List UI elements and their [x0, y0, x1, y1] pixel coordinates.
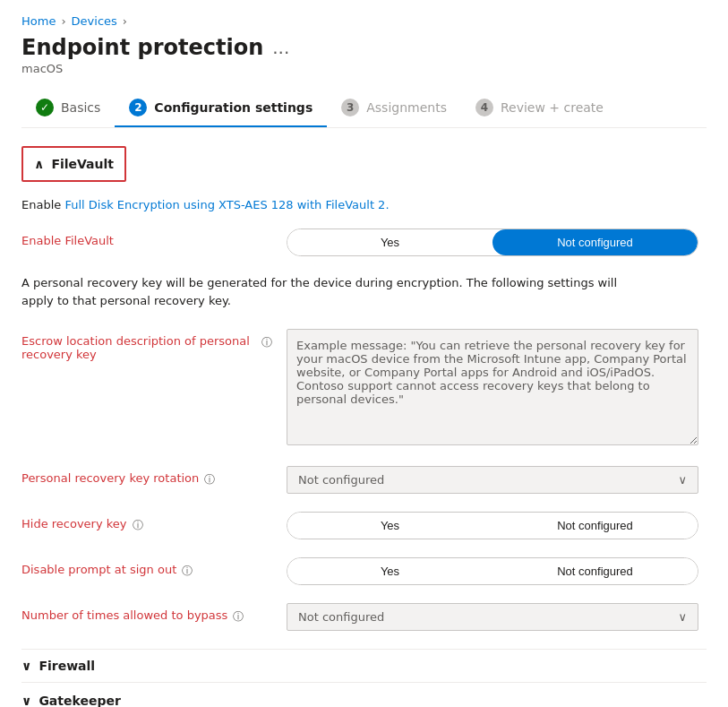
tab-badge-assignments: 3: [341, 99, 359, 116]
tab-basics[interactable]: ✓ Basics: [21, 90, 115, 127]
enable-filevault-not-configured[interactable]: Not configured: [492, 229, 698, 255]
enable-filevault-toggle[interactable]: Yes Not configured: [287, 228, 698, 256]
breadcrumb-devices[interactable]: Devices: [72, 14, 117, 28]
escrow-label: Escrow location description of personal …: [21, 329, 272, 361]
rotation-chevron: ∨: [678, 473, 687, 487]
gatekeeper-section-header[interactable]: ∨ Gatekeeper: [21, 682, 707, 707]
disable-prompt-yes[interactable]: Yes: [287, 558, 492, 584]
tab-assignments-label: Assignments: [366, 100, 447, 115]
tab-assignments[interactable]: 3 Assignments: [327, 90, 461, 127]
disable-prompt-toggle[interactable]: Yes Not configured: [287, 557, 698, 585]
rotation-label: Personal recovery key rotation ⓘ: [21, 466, 272, 487]
bypass-label: Number of times allowed to bypass ⓘ: [21, 603, 272, 625]
disable-prompt-not-configured[interactable]: Not configured: [492, 558, 698, 584]
hide-recovery-not-configured[interactable]: Not configured: [492, 513, 698, 539]
escrow-row: Escrow location description of personal …: [21, 329, 707, 448]
bypass-row: Number of times allowed to bypass ⓘ Not …: [21, 603, 707, 631]
tab-badge-configuration: 2: [129, 99, 147, 116]
bypass-value: Not configured: [298, 610, 384, 624]
recovery-note: A personal recovery key will be generate…: [21, 274, 648, 312]
firewall-section-header[interactable]: ∨ Firewall: [21, 649, 707, 682]
bypass-select[interactable]: Not configured ∨: [287, 603, 698, 631]
rotation-select[interactable]: Not configured ∨: [287, 466, 698, 494]
bypass-info-icon: ⓘ: [233, 609, 244, 625]
firewall-chevron: ∨: [21, 659, 31, 673]
filevault-description-link[interactable]: Full Disk Encryption using XTS-AES 128 w…: [64, 198, 389, 211]
breadcrumb-sep2: ›: [123, 14, 127, 28]
filevault-section-header[interactable]: ∧ FileVault: [21, 146, 126, 182]
enable-filevault-yes[interactable]: Yes: [287, 229, 492, 255]
gatekeeper-label: Gatekeeper: [39, 694, 120, 707]
gatekeeper-chevron: ∨: [21, 694, 31, 707]
filevault-description: Enable Full Disk Encryption using XTS-AE…: [21, 196, 707, 214]
page-subtitle: macOS: [21, 62, 707, 75]
tabs-bar: 2 Configuration settings ✓ Basics 3 Assi…: [21, 90, 707, 128]
page-title: Endpoint protection: [21, 35, 263, 60]
bypass-control: Not configured ∨: [287, 603, 707, 631]
filevault-label: FileVault: [51, 157, 114, 171]
enable-filevault-label: Enable FileVault: [21, 228, 272, 247]
hide-recovery-yes[interactable]: Yes: [287, 513, 492, 539]
rotation-value: Not configured: [298, 473, 384, 487]
rotation-info-icon: ⓘ: [204, 472, 215, 487]
tab-review-label: Review + create: [501, 100, 604, 115]
breadcrumb-home[interactable]: Home: [21, 14, 56, 28]
breadcrumb: Home › Devices ›: [21, 14, 707, 28]
hide-recovery-row: Hide recovery key ⓘ Yes Not configured: [21, 512, 707, 539]
escrow-info-icon: ⓘ: [261, 335, 272, 350]
bypass-chevron: ∨: [678, 610, 687, 624]
enable-filevault-control: Yes Not configured: [287, 228, 707, 256]
main-content: ∧ FileVault Enable Full Disk Encryption …: [21, 128, 707, 707]
breadcrumb-sep1: ›: [61, 14, 65, 28]
hide-recovery-label: Hide recovery key ⓘ: [21, 512, 272, 533]
dots-menu[interactable]: ...: [272, 37, 289, 58]
filevault-chevron-up: ∧: [34, 157, 44, 171]
rotation-control: Not configured ∨: [287, 466, 707, 494]
disable-prompt-info-icon: ⓘ: [182, 564, 193, 579]
tab-review[interactable]: 4 Review + create: [461, 90, 618, 127]
hide-recovery-info-icon: ⓘ: [133, 518, 143, 533]
tab-configuration[interactable]: 2 Configuration settings: [115, 90, 327, 127]
hide-recovery-control: Yes Not configured: [287, 512, 707, 539]
enable-filevault-row: Enable FileVault Yes Not configured: [21, 228, 707, 256]
disable-prompt-row: Disable prompt at sign out ⓘ Yes Not con…: [21, 557, 707, 585]
hide-recovery-toggle[interactable]: Yes Not configured: [287, 512, 698, 539]
escrow-control: Example message: "You can retrieve the p…: [287, 329, 707, 448]
tab-basics-label: Basics: [61, 100, 100, 115]
tab-badge-review: 4: [475, 99, 493, 116]
firewall-label: Firewall: [39, 659, 95, 673]
rotation-row: Personal recovery key rotation ⓘ Not con…: [21, 466, 707, 494]
disable-prompt-label: Disable prompt at sign out ⓘ: [21, 557, 272, 579]
escrow-textarea[interactable]: Example message: "You can retrieve the p…: [287, 329, 698, 445]
tab-configuration-label: Configuration settings: [154, 100, 313, 115]
disable-prompt-control: Yes Not configured: [287, 557, 707, 585]
tab-badge-basics: ✓: [36, 99, 54, 116]
